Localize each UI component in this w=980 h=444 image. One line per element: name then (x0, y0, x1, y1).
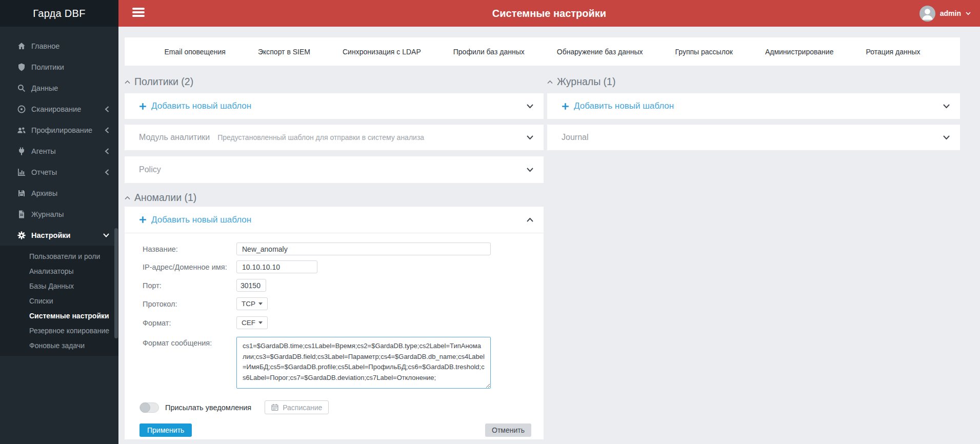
chevron-down-icon[interactable] (943, 135, 950, 140)
notify-row: Присылать уведомления Расписание (139, 400, 533, 414)
notify-toggle[interactable] (139, 402, 159, 413)
submenu-item-users-roles[interactable]: Пользователи и роли (0, 249, 118, 264)
plus-icon (139, 103, 147, 110)
format-dropdown[interactable]: CEF (236, 316, 268, 329)
submenu-item-background-tasks[interactable]: Фоновые задачи (0, 338, 118, 353)
template-title: Модуль аналитики (139, 133, 210, 142)
protocol-value: TCP (242, 300, 255, 308)
port-input[interactable] (236, 279, 266, 292)
section-title-text: Политики (2) (134, 76, 193, 88)
add-template-label: Добавить новый шаблон (151, 215, 251, 225)
anomalies-panel-header: Добавить новый шаблон (125, 207, 544, 233)
tab-email-notifications[interactable]: Email оповещения (165, 48, 226, 56)
submenu-item-analyzers[interactable]: Анализаторы (0, 264, 118, 278)
chevron-up-icon (125, 80, 130, 84)
sidebar-item-label: Главное (31, 42, 59, 50)
schedule-button-label: Расписание (283, 403, 322, 412)
tab-administration[interactable]: Администрирование (765, 48, 834, 56)
chevron-up-icon[interactable] (527, 217, 533, 222)
submenu-item-system-settings[interactable]: Системные настройки (0, 308, 118, 323)
add-template-label: Добавить новый шаблон (574, 101, 674, 111)
apply-button[interactable]: Применить (139, 423, 192, 437)
sidebar-item-agents[interactable]: Агенты (0, 140, 118, 162)
name-input[interactable] (236, 243, 491, 255)
submenu-item-backup[interactable]: Резервное копирование (0, 323, 118, 338)
policies-section-title[interactable]: Политики (2) (125, 76, 193, 88)
plus-icon (562, 103, 569, 110)
tab-db-profiles[interactable]: Профили баз данных (453, 48, 525, 56)
ip-label: IP-адрес/Доменное имя: (143, 263, 227, 271)
schedule-button[interactable]: Расписание (265, 400, 329, 414)
bar-chart-icon (17, 168, 26, 177)
message-format-textarea[interactable]: cs1=$GardaDB.time;cs1Label=Время;cs2=$Ga… (236, 337, 491, 389)
tab-db-discovery[interactable]: Обнаружение баз данных (557, 48, 643, 56)
sidebar-item-archives[interactable]: Архивы (0, 183, 118, 204)
sidebar-item-profiling[interactable]: Профилирование (0, 119, 118, 140)
sidebar-item-label: Журналы (31, 210, 64, 218)
journals-section-title[interactable]: Журналы (1) (547, 76, 615, 88)
sidebar-item-label: Данные (31, 84, 58, 92)
ip-input[interactable] (236, 260, 317, 273)
sidebar-item-main[interactable]: Главное (0, 35, 118, 56)
shield-icon (17, 63, 26, 72)
sidebar-scrollbar[interactable] (114, 228, 118, 338)
top-header: Системные настройки admin (118, 0, 980, 27)
chevron-up-icon (547, 80, 553, 84)
search-icon (17, 84, 26, 93)
sidebar-item-data[interactable]: Данные (0, 77, 118, 98)
cancel-button[interactable]: Отменить (485, 423, 531, 437)
settings-submenu: Пользователи и роли Анализаторы Базы Дан… (0, 246, 118, 356)
sidebar-item-label: Сканирование (31, 105, 81, 113)
submenu-label: Списки (29, 297, 53, 305)
name-label: Название: (143, 245, 178, 253)
policies-panel-analytics[interactable]: Модуль аналитики Предустановленный шабло… (125, 125, 544, 150)
caret-down-icon (258, 302, 263, 305)
app-brand: Гарда DBF (33, 8, 86, 19)
sidebar-item-settings[interactable]: Настройки (0, 225, 118, 246)
add-template-link[interactable]: Добавить новый шаблон (139, 215, 251, 225)
add-template-link[interactable]: Добавить новый шаблон (139, 101, 251, 111)
chevron-left-icon (105, 148, 109, 154)
protocol-dropdown[interactable]: TCP (236, 297, 268, 310)
chevron-left-icon (105, 169, 109, 175)
template-title: Policy (139, 165, 161, 174)
anomalies-section-title[interactable]: Аномалии (1) (125, 192, 196, 204)
user-menu[interactable]: admin (919, 0, 971, 27)
format-value: CEF (242, 319, 255, 327)
policies-panel-policy[interactable]: Policy (125, 156, 544, 183)
chevron-down-icon[interactable] (527, 135, 533, 140)
tab-ldap-sync[interactable]: Синхронизация с LDAP (343, 48, 421, 56)
calendar-icon (271, 403, 278, 411)
target-icon (17, 105, 26, 114)
section-title-text: Аномалии (1) (134, 192, 196, 204)
app-logo[interactable]: Гарда DBF (0, 0, 118, 27)
file-icon (17, 210, 26, 219)
add-template-link[interactable]: Добавить новый шаблон (562, 101, 674, 111)
chevron-down-icon[interactable] (943, 104, 950, 109)
tab-mailing-groups[interactable]: Группы рассылок (675, 48, 732, 56)
sidebar-item-label: Архивы (31, 189, 57, 197)
policies-add-panel: Добавить новый шаблон (125, 93, 544, 119)
chevron-left-icon (105, 106, 109, 112)
anomalies-editor-panel: Добавить новый шаблон Название: IP-адрес… (125, 207, 544, 439)
chevron-left-icon (105, 127, 109, 133)
toggle-knob (140, 402, 150, 413)
journals-panel-journal[interactable]: Journal (547, 125, 960, 150)
submenu-item-lists[interactable]: Списки (0, 293, 118, 308)
sidebar: Гарда DBF Главное Политики Данные Сканир… (0, 0, 118, 444)
template-description: Предустановленный шаблон для отправки в … (217, 133, 424, 142)
format-label: Формат: (143, 319, 171, 327)
journals-add-panel: Добавить новый шаблон (547, 93, 960, 119)
chevron-down-icon[interactable] (527, 104, 533, 109)
sidebar-item-scanning[interactable]: Сканирование (0, 98, 118, 119)
sidebar-item-policies[interactable]: Политики (0, 56, 118, 77)
chevron-down-icon[interactable] (527, 168, 533, 172)
home-icon (17, 42, 26, 51)
submenu-item-databases[interactable]: Базы Данных (0, 278, 118, 293)
sidebar-item-label: Политики (31, 63, 64, 71)
sidebar-item-journals[interactable]: Журналы (0, 204, 118, 225)
tab-data-rotation[interactable]: Ротация данных (866, 48, 920, 56)
sidebar-item-reports[interactable]: Отчеты (0, 162, 118, 183)
sidebar-item-label: Настройки (31, 231, 71, 239)
tab-siem-export[interactable]: Экспорт в SIEM (258, 48, 310, 56)
